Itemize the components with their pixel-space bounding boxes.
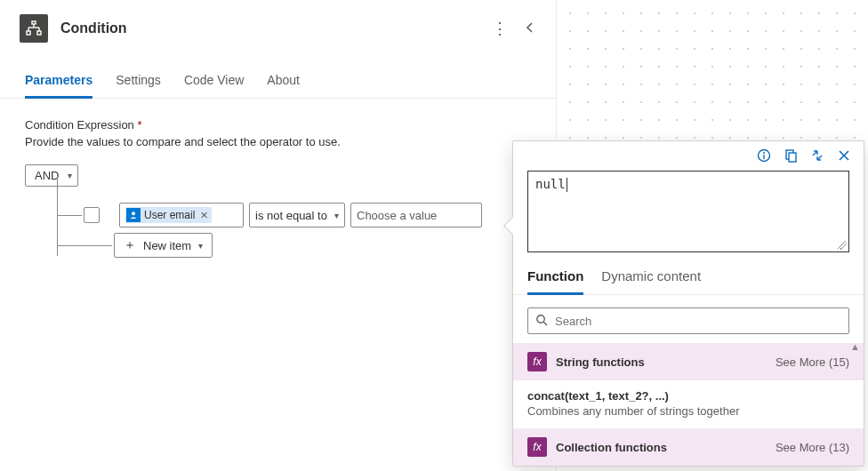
search-container (513, 295, 864, 343)
info-icon[interactable] (757, 148, 771, 165)
see-more-link[interactable]: See More (13) (776, 441, 849, 454)
fx-icon: fx (527, 352, 547, 371)
condition-editor-pane: Condition ⋮ Parameters Settings Code Vie… (0, 0, 557, 471)
chevron-down-icon: ▾ (198, 241, 203, 251)
editor-title: Condition (60, 20, 479, 36)
condition-row: User email ✕ is not equal to ▾ Choose a … (84, 203, 482, 228)
expand-icon[interactable] (810, 148, 824, 165)
section-label-text: Condition Expression (25, 118, 134, 132)
function-item-concat[interactable]: concat(text_1, text_2?, ...) Combines an… (513, 380, 864, 428)
section-help: Provide the values to compare and select… (25, 135, 531, 148)
token-label: User email (144, 209, 195, 221)
chevron-down-icon: ▾ (334, 211, 339, 220)
logic-operator-picker[interactable]: AND ▾ (25, 164, 78, 187)
svg-line-14 (543, 322, 547, 325)
search-input[interactable] (555, 315, 841, 328)
function-description: Combines any number of strings together (527, 404, 849, 418)
category-title: String functions (556, 355, 645, 369)
function-signature: concat(text_1, text_2?, ...) (527, 389, 849, 403)
panel-toolbar (513, 141, 864, 169)
svg-point-9 (763, 152, 765, 154)
svg-point-13 (537, 315, 544, 322)
editor-header: Condition ⋮ (0, 0, 556, 57)
parameters-content: Condition Expression * Provide the value… (0, 99, 556, 206)
scroll-up-arrow-icon[interactable]: ▲ (850, 341, 860, 352)
category-string-functions[interactable]: fx String functions See More (15) (513, 343, 864, 380)
category-title: Collection functions (556, 441, 667, 454)
svg-rect-10 (763, 155, 764, 159)
add-new-item-button[interactable]: ＋ New item ▾ (114, 233, 213, 258)
editor-tabs: Parameters Settings Code View About (0, 73, 556, 99)
close-icon[interactable] (837, 148, 851, 165)
collapse-button[interactable] (524, 21, 536, 36)
new-item-label: New item (143, 239, 191, 252)
section-label: Condition Expression * (25, 118, 531, 132)
see-more-link[interactable]: See More (15) (776, 355, 849, 369)
operator-picker[interactable]: is not equal to ▾ (249, 203, 345, 228)
more-menu-button[interactable]: ⋮ (492, 19, 508, 38)
svg-rect-12 (789, 153, 796, 162)
chevron-down-icon: ▾ (68, 171, 72, 180)
plus-icon: ＋ (124, 237, 136, 253)
token-remove-button[interactable]: ✕ (198, 210, 208, 221)
operator-value: is not equal to (255, 209, 327, 222)
condition-step-icon (20, 14, 48, 43)
svg-rect-5 (27, 31, 30, 35)
category-collection-functions[interactable]: fx Collection functions See More (13) (513, 428, 864, 466)
expression-input[interactable]: null (527, 171, 849, 252)
person-icon (126, 208, 141, 222)
right-operand-field[interactable]: Choose a value (350, 203, 482, 228)
dynamic-token-user-email[interactable]: User email ✕ (125, 207, 212, 223)
tab-code-view[interactable]: Code View (184, 73, 244, 98)
required-marker: * (137, 118, 141, 132)
expression-text: null (535, 177, 566, 191)
expression-subtabs: Function Dynamic content (513, 263, 864, 295)
text-caret (567, 178, 567, 192)
expression-builder-panel: null Function Dynamic content fx String … (512, 140, 864, 467)
search-icon (535, 314, 548, 329)
subtab-dynamic-content[interactable]: Dynamic content (601, 263, 701, 294)
logic-operator-value: AND (35, 169, 59, 182)
new-item-row: ＋ New item ▾ (114, 233, 213, 258)
tree-connector (57, 245, 112, 246)
left-operand-field[interactable]: User email ✕ (119, 203, 244, 228)
function-search[interactable] (527, 307, 849, 334)
tab-settings[interactable]: Settings (116, 73, 161, 98)
subtab-function[interactable]: Function (527, 263, 583, 295)
copy-icon[interactable] (784, 148, 798, 165)
svg-point-7 (132, 212, 135, 215)
tree-connector (57, 215, 82, 216)
value-placeholder: Choose a value (357, 209, 437, 222)
svg-rect-0 (32, 21, 36, 24)
tab-parameters[interactable]: Parameters (25, 73, 92, 99)
row-select-checkbox[interactable] (84, 207, 100, 223)
fx-icon: fx (527, 437, 547, 457)
tab-about[interactable]: About (267, 73, 300, 98)
svg-rect-6 (37, 31, 41, 35)
